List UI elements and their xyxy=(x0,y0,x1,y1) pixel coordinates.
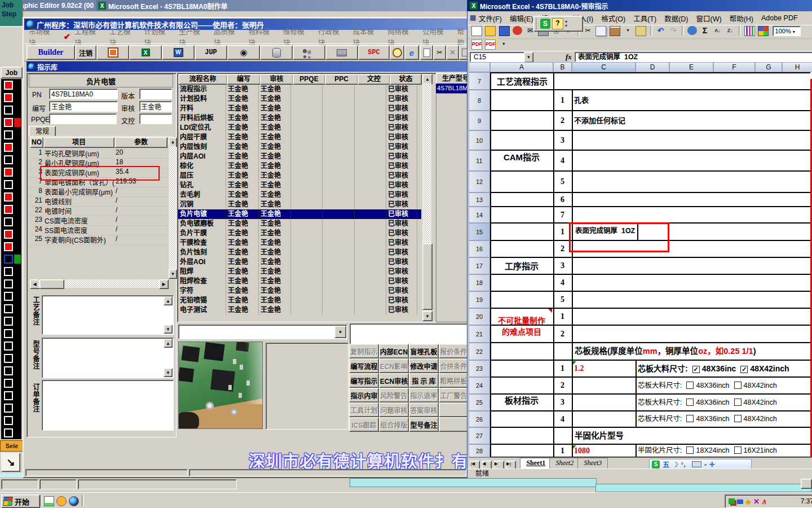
powerpoint-button[interactable] xyxy=(96,45,129,60)
cell-C27[interactable]: 半固化片型号 xyxy=(575,427,744,444)
layer-row[interactable] xyxy=(1,365,21,377)
tray-display-icon[interactable] xyxy=(729,498,735,504)
flow-scroll-track[interactable] xyxy=(422,83,431,311)
cell-B11[interactable]: 4 xyxy=(553,150,572,171)
moon-icon[interactable]: ☽ xyxy=(672,461,678,468)
flow-col-header[interactable]: 流程名称 xyxy=(178,74,227,85)
flow-row[interactable]: 阻焊检查王金艳王金艳已审核 xyxy=(178,277,421,286)
row-header-24[interactable]: 24 xyxy=(469,377,490,394)
cell-B14[interactable]: 7 xyxy=(553,207,572,223)
layer-row[interactable] xyxy=(1,228,21,240)
flow-col-header[interactable]: PPC xyxy=(325,74,358,85)
layer-row[interactable] xyxy=(1,166,21,178)
scroll-track-h[interactable] xyxy=(38,279,159,288)
print-button[interactable] xyxy=(325,45,358,60)
layer-checkbox-icon[interactable] xyxy=(4,242,13,251)
flow-col-header[interactable]: 编写 xyxy=(227,74,261,85)
excel-menu-8[interactable]: 帮助(H) xyxy=(730,13,753,24)
wrench-icon[interactable]: ✛ xyxy=(709,461,715,468)
sort-asc-icon[interactable]: A↓ xyxy=(713,26,722,35)
scroll-track[interactable] xyxy=(169,146,176,269)
action-button-ECN审核[interactable]: ECN审核 xyxy=(379,373,409,388)
ge-hscrollbar[interactable] xyxy=(350,478,597,487)
cell-C8[interactable]: 孔表 xyxy=(574,90,636,111)
excel-button[interactable]: X xyxy=(129,45,162,60)
excel-menu-4[interactable]: 格式(O) xyxy=(601,13,625,24)
row-header-14[interactable]: 14 xyxy=(469,207,490,223)
layer-checkbox-icon[interactable] xyxy=(4,354,13,363)
flow-row[interactable]: 负片电镀王金艳王金艳已审核 xyxy=(178,209,421,219)
layer-row[interactable] xyxy=(1,402,21,414)
flow-row[interactable]: 计划投料王金艳王金艳已审核 xyxy=(178,94,421,104)
database-button[interactable] xyxy=(260,45,293,60)
layer-row[interactable] xyxy=(1,203,21,216)
layer-checkbox-icon[interactable] xyxy=(4,106,13,115)
excel-menu-1[interactable]: 编辑(E) xyxy=(510,13,533,24)
layer-row[interactable] xyxy=(1,154,21,166)
checkbox-icon[interactable] xyxy=(734,398,742,406)
layer-checkbox-icon[interactable] xyxy=(4,205,13,214)
cell-B17[interactable]: 3 xyxy=(553,257,572,274)
name-box-dropdown-icon[interactable]: ▼ xyxy=(524,52,533,63)
flow-row[interactable]: 内层AOI王金艳王金艳已审核 xyxy=(178,152,421,161)
param-row[interactable]: 1平均孔壁铜厚(um)20 xyxy=(30,148,169,159)
cell-B28[interactable]: 1 xyxy=(553,444,572,457)
flow-row[interactable]: 字符王金艳王金艳已审核 xyxy=(178,286,421,296)
format-painter-icon[interactable] xyxy=(636,26,646,36)
layer-row[interactable] xyxy=(1,303,21,315)
row-header-19[interactable]: 19 xyxy=(469,291,490,308)
flow-row[interactable]: 开料王金艳王金艳已审核 xyxy=(178,104,421,113)
row-header-7[interactable]: 7 xyxy=(469,72,490,90)
prod-column-header[interactable]: 生产型号 xyxy=(436,73,469,85)
flow-row[interactable]: 流程指示王金艳王金艳已审核 xyxy=(178,85,421,94)
layer-checkbox-icon[interactable] xyxy=(4,93,13,102)
tray-diamond-icon[interactable]: ◆ xyxy=(745,497,751,506)
layer-checkbox-icon[interactable] xyxy=(4,118,13,127)
copy-icon[interactable] xyxy=(595,26,606,36)
quicklaunch-globe-icon[interactable] xyxy=(69,496,79,506)
flow-row[interactable]: 去毛刺王金艳王金艳已审核 xyxy=(178,190,421,200)
quicklaunch-editor-icon[interactable] xyxy=(44,496,54,506)
cell-C23[interactable]: 1.2 xyxy=(574,360,636,377)
excel-menu-5[interactable]: 工具(T) xyxy=(633,13,656,24)
cell-D28[interactable]: 半固化片尺寸:18X24inch16X21inch xyxy=(638,444,810,457)
cell-C28[interactable]: 1080 xyxy=(574,444,636,457)
param-row[interactable]: 24SS面电流密度/ xyxy=(30,225,169,235)
action-button-盲埋孔板[interactable]: 盲埋孔板 xyxy=(409,344,439,358)
action-button-指 示 库[interactable]: 指 示 库 xyxy=(409,373,439,388)
tray-x-icon[interactable]: ✕ xyxy=(753,497,760,506)
param-col-header[interactable]: 项目 xyxy=(43,137,114,148)
undo-icon[interactable]: ↶ xyxy=(656,26,665,35)
flow-row[interactable]: 干膜检查王金艳王金艳已审核 xyxy=(178,238,421,248)
scroll-thumb[interactable] xyxy=(422,243,433,310)
action-button-修改申请[interactable]: 修改申请 xyxy=(409,358,439,373)
scroll-down-button[interactable]: ▼ xyxy=(164,325,173,334)
jup-button[interactable]: JUP xyxy=(195,45,227,60)
word-button[interactable]: W xyxy=(162,45,195,60)
prod-selected-cell[interactable]: 4S7BL18MA0 xyxy=(436,84,469,93)
row-header-20[interactable]: 20 xyxy=(469,308,490,325)
layer-row[interactable] xyxy=(1,290,21,303)
scroll-down-button[interactable]: ▼ xyxy=(422,311,433,321)
layer-row[interactable] xyxy=(1,427,21,439)
cell-D24[interactable]: 芯板大料尺寸:48X36inch48X42inch xyxy=(638,377,810,394)
help-icon[interactable]: ? xyxy=(552,18,563,29)
zsk-panel-titlebar[interactable]: 指示库 xyxy=(27,62,467,72)
save-icon[interactable] xyxy=(499,26,510,36)
close-tool-button[interactable]: ✕ xyxy=(446,45,459,60)
layer-checkbox-icon[interactable] xyxy=(4,416,13,425)
checkbox-icon[interactable] xyxy=(734,446,742,454)
resize-tool-button[interactable]: ↘ xyxy=(1,453,20,472)
layer-row[interactable] xyxy=(1,340,21,352)
row-header-13[interactable]: 13 xyxy=(469,192,490,207)
sheet-tab-Sheet1[interactable]: Sheet1 xyxy=(520,458,551,469)
layer-row[interactable] xyxy=(1,327,21,340)
param-col-header[interactable]: 参数 xyxy=(114,137,167,148)
layer-checkbox-icon[interactable] xyxy=(4,192,13,202)
layer-checkbox-icon[interactable] xyxy=(4,255,13,264)
row-header-21[interactable]: 21 xyxy=(469,325,490,343)
sort-desc-icon[interactable]: Z↓ xyxy=(725,26,735,35)
flow-row[interactable]: 外层AOI王金艳王金艳已审核 xyxy=(178,257,421,267)
name-box[interactable]: C15 xyxy=(470,52,528,62)
cut-icon[interactable]: ✂ xyxy=(583,26,593,35)
